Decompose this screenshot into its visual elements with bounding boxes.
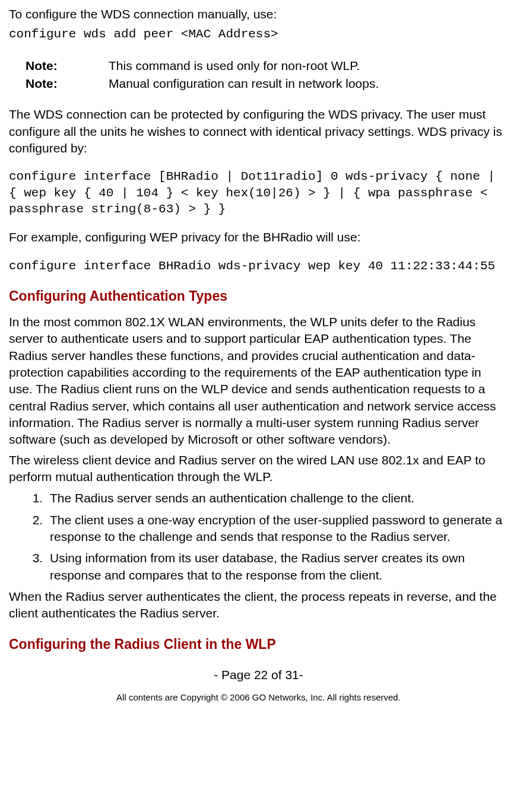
auth-steps-list: The Radius server sends an authenticatio… xyxy=(36,490,508,584)
note-row: Note: This command is used only for non-… xyxy=(26,58,508,74)
auth-paragraph-3: When the Radius server authenticates the… xyxy=(9,588,508,622)
note-label: Note: xyxy=(26,75,109,92)
note-label: Note: xyxy=(26,58,109,74)
wds-privacy-paragraph: The WDS connection can be protected by c… xyxy=(9,106,508,157)
list-item: The Radius server sends an authenticatio… xyxy=(46,490,508,507)
note-text: This command is used only for non-root W… xyxy=(109,58,508,74)
list-item: The client uses a one-way encryption of … xyxy=(46,512,508,546)
note-text: Manual configuration can result in netwo… xyxy=(109,75,508,92)
copyright-text: All contents are Copyright © 2006 GO Net… xyxy=(9,692,508,703)
intro-paragraph: To configure the WDS connection manually… xyxy=(9,6,508,23)
command-wds-add-peer: configure wds add peer <MAC Address> xyxy=(9,26,508,43)
page-number: - Page 22 of 31- xyxy=(9,667,508,683)
notes-block: Note: This command is used only for non-… xyxy=(26,58,508,93)
auth-paragraph-1: In the most common 802.1X WLAN environme… xyxy=(9,314,508,448)
list-item: Using information from its user database… xyxy=(46,550,508,584)
command-wep-example: configure interface BHRadio wds-privacy … xyxy=(9,258,508,274)
heading-radius-client: Configuring the Radius Client in the WLP xyxy=(9,635,508,654)
example-paragraph: For example, configuring WEP privacy for… xyxy=(9,229,508,246)
heading-auth-types: Configuring Authentication Types xyxy=(9,287,508,305)
command-wds-privacy-syntax: configure interface [BHRadio | Dot11radi… xyxy=(9,168,508,217)
auth-paragraph-2: The wireless client device and Radius se… xyxy=(9,452,508,486)
note-row: Note: Manual configuration can result in… xyxy=(26,75,508,92)
